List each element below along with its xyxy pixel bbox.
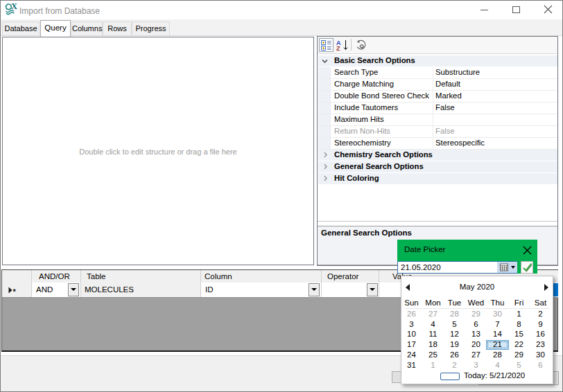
svg-text:*: * [13, 287, 17, 295]
svg-text:X: X [11, 2, 17, 11]
svg-text:Z: Z [336, 45, 340, 51]
